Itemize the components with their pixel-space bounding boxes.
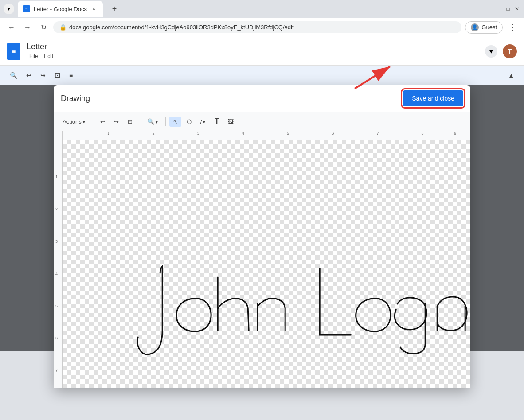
title-bar: ▾ ≡ Letter - Google Docs ✕ + ─ □ ✕: [0, 0, 524, 18]
browser-chrome: ▾ ≡ Letter - Google Docs ✕ + ─ □ ✕ ← → ↻…: [0, 0, 524, 37]
drawing-canvas[interactable]: [63, 140, 470, 388]
signature-svg: [63, 140, 470, 388]
draw-undo-btn[interactable]: ↩: [97, 117, 109, 127]
ruler-num-8: 8: [422, 131, 424, 136]
maximize-btn[interactable]: □: [504, 5, 512, 12]
docs-logo: ≡: [7, 43, 20, 60]
url-text: docs.google.com/document/d/1-kvH3gCdjeAo…: [69, 24, 455, 31]
docs-menu: File Edit: [27, 52, 56, 60]
docs-tab-icon: ≡: [23, 5, 30, 12]
address-bar: ← → ↻ 🔒 docs.google.com/document/d/1-kvH…: [0, 18, 524, 37]
zoom-btn[interactable]: 🔍: [7, 70, 20, 81]
drawing-modal: Drawing Save and close Actions ▾ ↩ ↪ ⊡ 🔍…: [54, 85, 470, 388]
toolbar-divider-1: [93, 117, 93, 126]
refresh-btn[interactable]: ↻: [37, 21, 50, 34]
ruler-v-1: 1: [55, 175, 58, 179]
ruler-num-9: 9: [454, 131, 456, 136]
select-all-btn[interactable]: ⊡: [124, 117, 136, 127]
main-area: Drawing Save and close Actions ▾ ↩ ↪ ⊡ 🔍…: [0, 85, 524, 351]
url-bar[interactable]: 🔒 docs.google.com/document/d/1-kvH3gCdje…: [53, 21, 461, 33]
ruler-corner: [54, 131, 63, 140]
forward-btn[interactable]: →: [21, 21, 34, 34]
actions-btn[interactable]: Actions ▾: [59, 117, 89, 127]
docs-app-bar: ≡ Letter File Edit ▾ T: [0, 37, 524, 66]
ruler-num-5: 5: [287, 131, 289, 136]
docs-toolbar: 🔍 ↩ ↪ ⊡ ≡ ▲: [0, 66, 524, 85]
modal-header: Drawing Save and close: [54, 85, 470, 112]
ruler-v-6: 6: [55, 336, 58, 340]
image-tool-btn[interactable]: 🖼: [224, 117, 237, 127]
redo-btn[interactable]: ↪: [38, 70, 48, 81]
docs-title-area: Letter File Edit: [27, 42, 56, 60]
profile-icon: 👤: [471, 23, 479, 31]
browser-tab[interactable]: ≡ Letter - Google Docs ✕: [18, 1, 103, 17]
zoom-icon: 🔍: [147, 118, 154, 125]
horizontal-ruler: 1 2 3 4 5 6 7 8 9: [63, 131, 470, 140]
ruler-num-2: 2: [152, 131, 154, 136]
line-tool-btn[interactable]: / ▾: [197, 117, 210, 127]
ruler-num-6: 6: [332, 131, 334, 136]
ruler-v-7: 7: [55, 368, 58, 373]
text-tool-btn[interactable]: T: [211, 116, 223, 127]
list-btn[interactable]: ≡: [66, 70, 75, 81]
docs-menu-edit[interactable]: Edit: [41, 52, 56, 60]
ruler-v-3: 3: [55, 239, 58, 244]
profile-label: Guest: [481, 24, 497, 31]
save-and-close-button[interactable]: Save and close: [403, 90, 463, 106]
back-btn[interactable]: ←: [5, 21, 18, 34]
tab-list-btn[interactable]: ▾: [4, 4, 14, 14]
ruler-num-3: 3: [197, 131, 199, 136]
tab-title: Letter - Google Docs: [34, 6, 87, 12]
ruler-v-4: 4: [55, 272, 58, 276]
window-controls: ─ □ ✕: [496, 5, 520, 12]
rulers-row: 1 2 3 4 5 6 7 8 9: [54, 131, 470, 140]
vertical-ruler: 1 2 3 4 5 6 7: [54, 140, 63, 388]
canvas-section: 1 2 3 4 5 6 7: [54, 140, 470, 388]
profile-btn[interactable]: 👤 Guest: [465, 21, 503, 34]
zoom-arrow-icon: ▾: [155, 118, 158, 125]
draw-redo-btn[interactable]: ↪: [110, 117, 122, 127]
docs-right: ▾ T: [485, 44, 517, 58]
toolbar-divider-3: [165, 117, 166, 126]
docs-menu-file[interactable]: File: [27, 52, 40, 60]
line-icon: /: [200, 118, 202, 125]
docs-title: Letter: [27, 42, 56, 51]
shape-tool-btn[interactable]: ⬡: [183, 117, 195, 127]
undo-btn[interactable]: ↩: [23, 70, 34, 81]
more-menu-btn[interactable]: ⋮: [506, 21, 519, 34]
user-avatar[interactable]: T: [503, 44, 517, 58]
minimize-btn[interactable]: ─: [496, 5, 503, 12]
cursor-tool-btn[interactable]: ↖: [169, 117, 181, 127]
line-arrow-icon: ▾: [203, 118, 206, 125]
share-btn[interactable]: ▾: [485, 45, 497, 58]
modal-title: Drawing: [61, 94, 403, 103]
actions-label: Actions: [63, 118, 82, 125]
canvas-wrapper: 1 2 3 4 5 6 7 8 9: [54, 131, 470, 388]
modal-overlay: Drawing Save and close Actions ▾ ↩ ↪ ⊡ 🔍…: [0, 85, 524, 351]
ruler-v-5: 5: [55, 304, 58, 308]
ruler-num-1: 1: [107, 131, 109, 136]
format-btn[interactable]: ⊡: [52, 69, 63, 81]
actions-arrow-icon: ▾: [82, 118, 86, 125]
ruler-num-4: 4: [242, 131, 244, 136]
toolbar-divider-2: [140, 117, 140, 126]
collapse-btn[interactable]: ▲: [505, 70, 517, 81]
new-tab-btn[interactable]: +: [108, 3, 121, 15]
draw-zoom-btn[interactable]: 🔍 ▾: [144, 117, 162, 127]
ruler-num-7: 7: [376, 131, 379, 136]
tab-close-btn[interactable]: ✕: [90, 5, 98, 12]
close-btn[interactable]: ✕: [513, 5, 520, 12]
ruler-v-2: 2: [55, 207, 58, 211]
drawing-toolbar: Actions ▾ ↩ ↪ ⊡ 🔍 ▾ ↖ ⬡ / ▾ T: [54, 112, 470, 131]
